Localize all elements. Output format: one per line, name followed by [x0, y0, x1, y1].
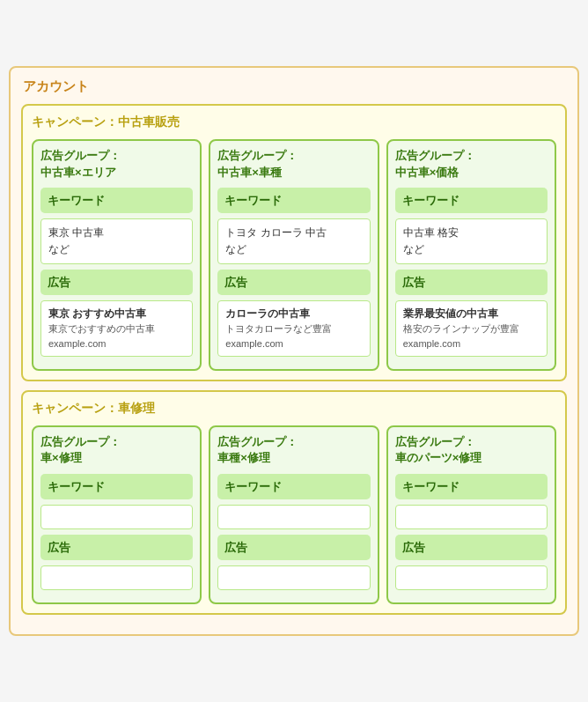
ad-description-3: 格安のラインナップが豊富example.com	[403, 321, 540, 351]
ad-section-6: 広告	[395, 535, 548, 560]
ad-section-3: 広告	[395, 270, 548, 295]
ad-content-4	[40, 565, 193, 590]
account-title: アカウント	[21, 78, 567, 95]
ad-group-card-3: 広告グループ：中古車×価格 キーワード 中古車 格安など 広告 業界最安値の中古…	[386, 139, 556, 371]
ad-section-1: 広告	[40, 270, 193, 295]
keywords-section-6: キーワード	[395, 474, 548, 499]
keywords-section-2: キーワード	[217, 188, 370, 213]
keywords-label-4: キーワード	[48, 480, 105, 493]
ad-label-2: 広告	[224, 276, 247, 289]
ad-headline-1: 東京 おすすめ中古車	[48, 307, 185, 321]
ad-description-2: トヨタカローラなど豊富example.com	[225, 321, 362, 351]
keywords-text-2: トヨタ カローラ 中古など	[225, 225, 362, 258]
ad-groups-row-1: 広告グループ：中古車×エリア キーワード 東京 中古車など 広告 東京 おすすめ…	[32, 139, 556, 371]
ad-label-3: 広告	[402, 276, 425, 289]
ad-group-title-5: 広告グループ：車種×修理	[217, 434, 370, 466]
ad-content-1: 東京 おすすめ中古車 東京でおすすめの中古車example.com	[40, 300, 193, 357]
ad-label-5: 広告	[224, 541, 247, 554]
ad-group-card-5: 広告グループ：車種×修理 キーワード 広告	[209, 425, 379, 603]
ad-content-2: カローラの中古車 トヨタカローラなど豊富example.com	[217, 300, 370, 357]
campaign-block-2: キャンペーン：車修理 広告グループ：車×修理 キーワード 広告 広告グループ：車…	[21, 390, 567, 614]
campaign-block-1: キャンペーン：中古車販売 広告グループ：中古車×エリア キーワード 東京 中古車…	[21, 104, 567, 381]
ad-label-1: 広告	[48, 276, 70, 289]
keywords-label-3: キーワード	[402, 194, 459, 207]
keywords-text-1: 東京 中古車など	[48, 225, 185, 258]
ad-group-title-4: 広告グループ：車×修理	[40, 434, 193, 466]
keywords-label-6: キーワード	[402, 480, 459, 493]
keywords-content-6	[395, 505, 548, 529]
ad-headline-3: 業界最安値の中古車	[403, 307, 540, 321]
ad-groups-row-2: 広告グループ：車×修理 キーワード 広告 広告グループ：車種×修理 キーワード	[32, 425, 556, 603]
keywords-label-2: キーワード	[224, 194, 282, 207]
ad-group-card-4: 広告グループ：車×修理 キーワード 広告	[32, 425, 202, 603]
ad-description-1: 東京でおすすめの中古車example.com	[48, 321, 185, 351]
keywords-section-5: キーワード	[217, 474, 370, 499]
keywords-section-1: キーワード	[40, 188, 193, 213]
keywords-content-2: トヨタ カローラ 中古など	[217, 218, 370, 264]
ad-section-5: 広告	[217, 535, 370, 560]
ad-group-card-6: 広告グループ：車のパーツ×修理 キーワード 広告	[386, 425, 556, 603]
keywords-content-1: 東京 中古車など	[40, 218, 193, 264]
keywords-content-5	[217, 505, 370, 529]
ad-section-4: 広告	[40, 535, 193, 560]
keywords-text-3: 中古車 格安など	[403, 225, 540, 258]
keywords-section-3: キーワード	[395, 188, 548, 213]
ad-label-6: 広告	[402, 541, 425, 554]
ad-section-2: 広告	[217, 270, 370, 295]
campaign-title-2: キャンペーン：車修理	[32, 401, 556, 417]
ad-content-3: 業界最安値の中古車 格安のラインナップが豊富example.com	[395, 300, 548, 357]
keywords-label-1: キーワード	[48, 194, 105, 207]
ad-group-title-1: 広告グループ：中古車×エリア	[40, 148, 193, 180]
ad-content-5	[217, 565, 370, 590]
keywords-content-4	[40, 505, 193, 529]
ad-label-4: 広告	[48, 541, 70, 554]
account-container: アカウント キャンペーン：中古車販売 広告グループ：中古車×エリア キーワード …	[9, 66, 579, 635]
ad-headline-2: カローラの中古車	[225, 307, 362, 321]
campaign-title-1: キャンペーン：中古車販売	[32, 115, 556, 130]
ad-group-card-2: 広告グループ：中古車×車種 キーワード トヨタ カローラ 中古など 広告 カロー…	[209, 139, 379, 371]
ad-group-card-1: 広告グループ：中古車×エリア キーワード 東京 中古車など 広告 東京 おすすめ…	[32, 139, 202, 371]
keywords-label-5: キーワード	[224, 480, 282, 493]
keywords-section-4: キーワード	[40, 474, 193, 499]
ad-group-title-2: 広告グループ：中古車×車種	[217, 148, 370, 180]
ad-group-title-3: 広告グループ：中古車×価格	[395, 148, 548, 180]
ad-group-title-6: 広告グループ：車のパーツ×修理	[395, 434, 548, 466]
ad-content-6	[395, 565, 548, 590]
keywords-content-3: 中古車 格安など	[395, 218, 548, 264]
